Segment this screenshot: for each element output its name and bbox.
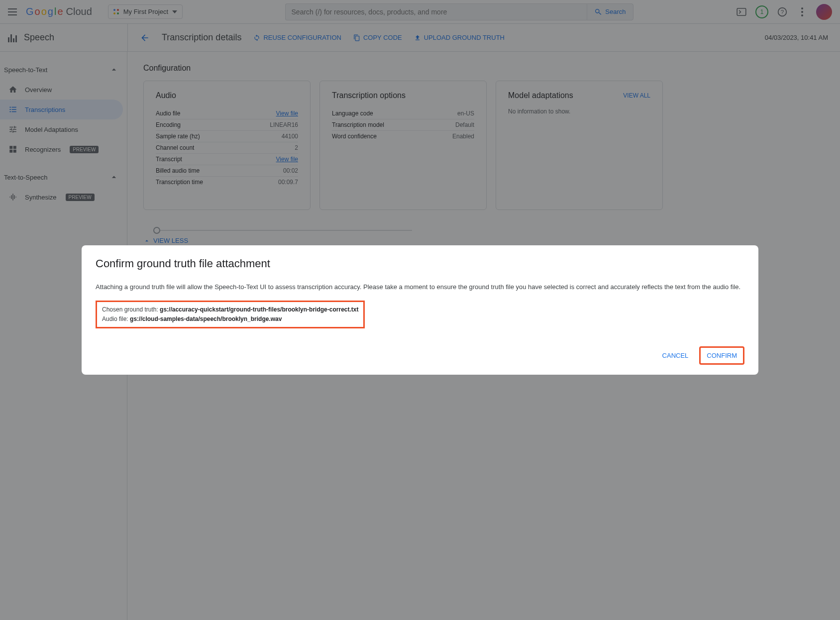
chosen-value: gs://accuracy-quickstart/ground-truth-fi… — [160, 306, 358, 313]
modal-overlay: Confirm ground truth file attachment Att… — [0, 0, 840, 620]
confirm-button[interactable]: CONFIRM — [699, 346, 744, 365]
chosen-label: Chosen ground truth: — [102, 306, 160, 313]
audio-label: Audio file: — [102, 315, 130, 322]
modal-title: Confirm ground truth file attachment — [96, 257, 744, 270]
confirm-modal: Confirm ground truth file attachment Att… — [82, 245, 758, 375]
cancel-button[interactable]: CANCEL — [656, 346, 695, 365]
audio-value: gs://cloud-samples-data/speech/brooklyn_… — [130, 315, 282, 322]
modal-body: Attaching a ground truth file will allow… — [96, 282, 744, 293]
modal-file-info: Chosen ground truth: gs://accuracy-quick… — [96, 301, 365, 328]
